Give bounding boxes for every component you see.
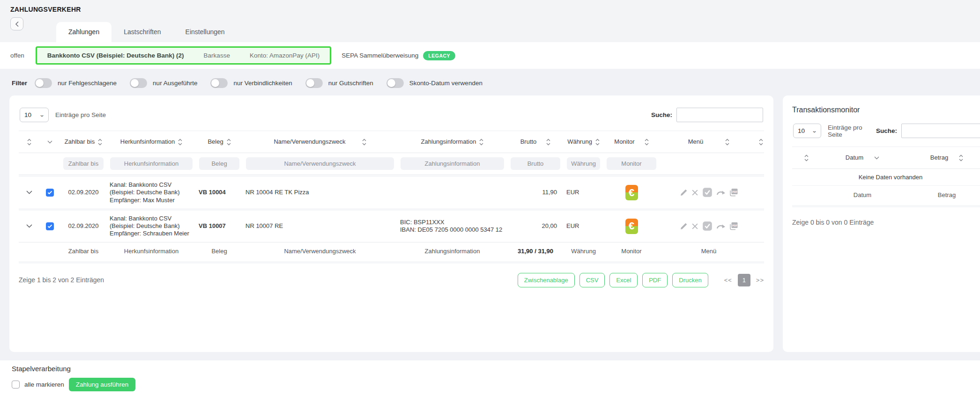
toggle-nur-verbindlichkeiten[interactable] bbox=[210, 78, 228, 88]
subtab-sepa-sammelueberweisung[interactable]: SEPA Sammelüberweisung bbox=[342, 52, 418, 59]
filter-input-zahlungsinfo[interactable]: Zahlungsinformation bbox=[401, 157, 504, 170]
batch-title: Stapelverarbeitung bbox=[12, 365, 980, 373]
delete-x-icon[interactable] bbox=[691, 223, 698, 230]
page-size-select[interactable]: 10 ⌄ bbox=[20, 108, 49, 122]
filter-input-herkunft[interactable]: Herkunfsinformation bbox=[110, 157, 193, 170]
filter-input-zahlbar[interactable]: Zahlbar bis bbox=[63, 157, 104, 170]
toggle-nur-ausgefuehrte[interactable] bbox=[130, 78, 147, 88]
export-excel-button[interactable]: Excel bbox=[609, 273, 638, 287]
pdf-icon[interactable]: PDF bbox=[729, 188, 738, 197]
pagination-first-button[interactable]: << bbox=[724, 277, 732, 284]
col-label: Datum bbox=[846, 154, 863, 161]
col-extra-sort[interactable] bbox=[758, 136, 764, 148]
cell-brutto: 20,00 bbox=[507, 218, 564, 234]
execute-arrow-icon[interactable] bbox=[716, 223, 726, 230]
tab-zahlungen[interactable]: Zahlungen bbox=[56, 22, 111, 42]
subtab-amazonpay[interactable]: Konto: AmazonPay (API) bbox=[250, 52, 319, 59]
execute-payment-button[interactable]: Zahlung ausführen bbox=[69, 378, 136, 391]
col-waehrung[interactable]: Währung bbox=[564, 136, 603, 148]
cell-beleg: VB 10007 bbox=[196, 218, 243, 234]
delete-x-icon[interactable] bbox=[691, 189, 698, 196]
monitor-col-sort[interactable] bbox=[792, 152, 820, 164]
subtab-offen[interactable]: offen bbox=[10, 52, 24, 59]
row-checkbox[interactable] bbox=[46, 222, 54, 230]
subtab-barkasse[interactable]: Barkasse bbox=[204, 52, 230, 59]
sort-icon bbox=[479, 139, 483, 146]
cell-herkunft: Kanal: Bankkonto CSV (Beispiel: Deutsche… bbox=[107, 211, 196, 242]
filter-input-brutto[interactable]: Brutto bbox=[511, 157, 560, 170]
filter-input-waehrung[interactable]: Währung bbox=[567, 157, 600, 170]
edit-icon[interactable] bbox=[680, 222, 688, 230]
col-sort-expand[interactable] bbox=[19, 136, 39, 148]
cell-waehrung: EUR bbox=[564, 218, 603, 234]
euro-monitor-icon[interactable]: € bbox=[625, 219, 638, 234]
toggle-skonto-datum[interactable] bbox=[386, 78, 404, 88]
execute-arrow-icon[interactable] bbox=[716, 189, 726, 196]
toggle-knob bbox=[36, 79, 44, 87]
col-zahlbar-bis[interactable]: Zahlbar bis bbox=[60, 136, 107, 148]
col-label: Name/Verwendungszweck bbox=[274, 139, 345, 146]
cell-zahlungsinfo: BIC: BSP11XXX IBAN: DE05 7205 0000 0000 … bbox=[397, 214, 507, 238]
filter-label: Filter bbox=[12, 80, 27, 87]
col-menu[interactable]: Menü bbox=[660, 136, 758, 148]
account-subtab-bar: offen Bankkonto CSV (Beispiel: Deutsche … bbox=[0, 42, 980, 69]
row-checkbox[interactable] bbox=[46, 189, 54, 197]
main-tabs: Zahlungen Lastschriften Einstellungen bbox=[56, 22, 237, 42]
monitor-col-betrag[interactable]: Betrag bbox=[905, 152, 980, 164]
export-drucken-button[interactable]: Drucken bbox=[672, 273, 708, 287]
entries-per-page-label: Einträge pro Seite bbox=[828, 124, 876, 138]
pagination-last-button[interactable]: >> bbox=[756, 277, 764, 284]
filter-input-beleg[interactable]: Beleg bbox=[199, 157, 239, 170]
tab-einstellungen[interactable]: Einstellungen bbox=[173, 22, 237, 42]
table-row: 02.09.2020 Kanal: Bankkonto CSV (Beispie… bbox=[19, 208, 764, 242]
expand-row-button[interactable] bbox=[19, 220, 39, 232]
monitor-page-size-select[interactable]: 10 ⌄ bbox=[793, 124, 821, 138]
col-zahlungsinformation[interactable]: Zahlungsinformation bbox=[397, 136, 507, 148]
footer-zahlbar: Zahlbar bis bbox=[60, 245, 107, 258]
table-row: 02.09.2020 Kanal: Bankkonto CSV (Beispie… bbox=[19, 175, 764, 208]
footer-zahlungsinfo: Zahlungsinformation bbox=[397, 245, 507, 258]
col-select[interactable] bbox=[39, 138, 60, 147]
subtab-bankkonto-csv[interactable]: Bankkonto CSV (Beispiel: Deutsche Bank) … bbox=[47, 52, 184, 59]
footer-menu: Menü bbox=[660, 245, 758, 258]
monitor-search-label: Suche: bbox=[876, 127, 897, 134]
top-bar: ZAHLUNGSVERKEHR Zahlungen Lastschriften … bbox=[0, 0, 980, 42]
page-size-value: 10 bbox=[798, 127, 805, 134]
filter-input-name[interactable]: Name/Verwendungszweck bbox=[246, 157, 394, 170]
col-herkunfsinformation[interactable]: Herkunfsinformation bbox=[107, 136, 196, 148]
toggle-nur-fehlgeschlagene[interactable] bbox=[35, 78, 52, 88]
confirm-check-icon[interactable] bbox=[702, 221, 713, 231]
export-csv-button[interactable]: CSV bbox=[579, 273, 605, 287]
payments-filter-row: Zahlbar bis Herkunfsinformation Beleg Na… bbox=[19, 153, 764, 175]
confirm-check-icon[interactable] bbox=[702, 187, 713, 198]
monitor-search-input[interactable] bbox=[901, 124, 980, 138]
toggle-knob bbox=[131, 79, 139, 87]
select-all-checkbox[interactable] bbox=[12, 381, 20, 389]
tab-lastschriften[interactable]: Lastschriften bbox=[111, 22, 173, 42]
monitor-col-datum[interactable]: Datum bbox=[820, 152, 905, 164]
export-pdf-button[interactable]: PDF bbox=[642, 273, 668, 287]
footer-monitor: Monitor bbox=[603, 245, 660, 258]
expand-row-button[interactable] bbox=[19, 186, 39, 198]
cell-waehrung: EUR bbox=[564, 184, 603, 200]
sort-icon bbox=[362, 139, 366, 146]
back-button[interactable] bbox=[10, 17, 23, 30]
edit-icon[interactable] bbox=[680, 189, 688, 197]
col-brutto[interactable]: Brutto bbox=[507, 136, 564, 148]
sort-icon bbox=[595, 139, 600, 146]
pdf-icon[interactable]: PDF bbox=[729, 222, 738, 230]
col-name-verwendungszweck[interactable]: Name/Verwendungszweck bbox=[243, 136, 397, 148]
row-menu: PDF bbox=[660, 217, 758, 235]
col-beleg[interactable]: Beleg bbox=[196, 136, 243, 148]
sort-icon bbox=[804, 154, 809, 161]
footer-herkunft: Herkunfsinformation bbox=[107, 245, 196, 258]
pagination-page-1[interactable]: 1 bbox=[738, 274, 750, 286]
filter-input-monitor[interactable]: Monitor bbox=[607, 157, 656, 170]
toggle-nur-gutschriften[interactable] bbox=[305, 78, 323, 88]
col-monitor[interactable]: Monitor bbox=[603, 136, 660, 148]
pagination: << 1 >> bbox=[724, 274, 764, 286]
euro-monitor-icon[interactable]: € bbox=[625, 185, 638, 200]
table-info-row: Zeige 1 bis 2 von 2 Einträgen Zwischenab… bbox=[19, 273, 764, 287]
search-input[interactable] bbox=[676, 108, 763, 122]
export-zwischenablage-button[interactable]: Zwischenablage bbox=[518, 273, 575, 287]
